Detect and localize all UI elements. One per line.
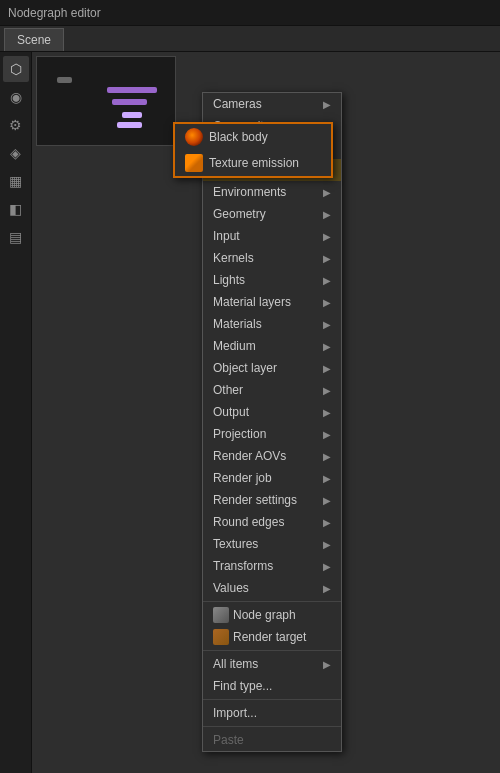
menu-item-environments[interactable]: Environments ▶ [203, 181, 341, 203]
all-items-arrow-icon: ▶ [323, 659, 331, 670]
menu-item-cameras[interactable]: Cameras ▶ [203, 93, 341, 115]
menu-item-values-label: Values [213, 581, 249, 595]
menu-item-render-target-label: Render target [233, 630, 306, 644]
menu-item-medium-label: Medium [213, 339, 256, 353]
menu-divider-3 [203, 699, 341, 700]
menu-item-environments-label: Environments [213, 185, 286, 199]
output-arrow-icon: ▶ [323, 407, 331, 418]
menu-divider-4 [203, 726, 341, 727]
sidebar-icon-1[interactable]: ◉ [3, 84, 29, 110]
menu-item-input-label: Input [213, 229, 240, 243]
menu-item-node-graph[interactable]: Node graph [203, 604, 341, 626]
menu-item-lights-label: Lights [213, 273, 245, 287]
menu-item-materials-label: Materials [213, 317, 262, 331]
other-arrow-icon: ▶ [323, 385, 331, 396]
menu-item-materials[interactable]: Materials ▶ [203, 313, 341, 335]
object-layer-arrow-icon: ▶ [323, 363, 331, 374]
menu-item-cameras-label: Cameras [213, 97, 262, 111]
menu-item-find-type-label: Find type... [213, 679, 272, 693]
node-editor[interactable]: Cameras ▶ Compositor ▶ Displacement ▶ Em… [32, 52, 500, 773]
menu-item-render-job-label: Render job [213, 471, 272, 485]
materials-arrow-icon: ▶ [323, 319, 331, 330]
menu-item-medium[interactable]: Medium ▶ [203, 335, 341, 357]
context-menu: Cameras ▶ Compositor ▶ Displacement ▶ Em… [202, 92, 342, 752]
menu-item-render-aovs[interactable]: Render AOVs ▶ [203, 445, 341, 467]
sidebar-icon-6[interactable]: ▤ [3, 224, 29, 250]
menu-item-render-settings-label: Render settings [213, 493, 297, 507]
render-job-arrow-icon: ▶ [323, 473, 331, 484]
render-target-icon [213, 629, 229, 645]
title-bar: Nodegraph editor [0, 0, 500, 26]
menu-item-paste-label: Paste [213, 733, 244, 747]
render-aovs-arrow-icon: ▶ [323, 451, 331, 462]
emission-submenu: Black body Texture emission [173, 122, 333, 178]
menu-item-object-layer[interactable]: Object layer ▶ [203, 357, 341, 379]
submenu-item-texture-emission-label: Texture emission [209, 156, 299, 170]
menu-item-input[interactable]: Input ▶ [203, 225, 341, 247]
transforms-arrow-icon: ▶ [323, 561, 331, 572]
submenu-item-black-body-label: Black body [209, 130, 268, 144]
values-arrow-icon: ▶ [323, 583, 331, 594]
window-title: Nodegraph editor [8, 6, 101, 20]
black-body-icon [185, 128, 203, 146]
menu-item-geometry-label: Geometry [213, 207, 266, 221]
main-area: ⬡ ◉ ⚙ ◈ ▦ ◧ ▤ Cameras ▶ [0, 52, 500, 773]
menu-item-kernels-label: Kernels [213, 251, 254, 265]
medium-arrow-icon: ▶ [323, 341, 331, 352]
menu-item-import[interactable]: Import... [203, 702, 341, 724]
texture-emission-icon [185, 154, 203, 172]
menu-item-render-target[interactable]: Render target [203, 626, 341, 648]
menu-item-round-edges-label: Round edges [213, 515, 284, 529]
sidebar-icon-3[interactable]: ◈ [3, 140, 29, 166]
tab-bar: Scene [0, 26, 500, 52]
menu-item-other[interactable]: Other ▶ [203, 379, 341, 401]
menu-item-render-aovs-label: Render AOVs [213, 449, 286, 463]
sidebar-icon-5[interactable]: ◧ [3, 196, 29, 222]
menu-item-transforms[interactable]: Transforms ▶ [203, 555, 341, 577]
menu-divider-1 [203, 601, 341, 602]
menu-item-output-label: Output [213, 405, 249, 419]
menu-item-projection-label: Projection [213, 427, 266, 441]
menu-divider-2 [203, 650, 341, 651]
menu-item-import-label: Import... [213, 706, 257, 720]
menu-item-textures[interactable]: Textures ▶ [203, 533, 341, 555]
cameras-arrow-icon: ▶ [323, 99, 331, 110]
menu-item-round-edges[interactable]: Round edges ▶ [203, 511, 341, 533]
menu-item-material-layers[interactable]: Material layers ▶ [203, 291, 341, 313]
round-edges-arrow-icon: ▶ [323, 517, 331, 528]
sidebar-icon-4[interactable]: ▦ [3, 168, 29, 194]
projection-arrow-icon: ▶ [323, 429, 331, 440]
render-settings-arrow-icon: ▶ [323, 495, 331, 506]
menu-item-values[interactable]: Values ▶ [203, 577, 341, 599]
sidebar-icon-2[interactable]: ⚙ [3, 112, 29, 138]
geometry-arrow-icon: ▶ [323, 209, 331, 220]
input-arrow-icon: ▶ [323, 231, 331, 242]
menu-item-other-label: Other [213, 383, 243, 397]
menu-item-transforms-label: Transforms [213, 559, 273, 573]
menu-item-node-graph-label: Node graph [233, 608, 296, 622]
environments-arrow-icon: ▶ [323, 187, 331, 198]
menu-item-material-layers-label: Material layers [213, 295, 291, 309]
kernels-arrow-icon: ▶ [323, 253, 331, 264]
textures-arrow-icon: ▶ [323, 539, 331, 550]
sidebar-icon-0[interactable]: ⬡ [3, 56, 29, 82]
menu-item-kernels[interactable]: Kernels ▶ [203, 247, 341, 269]
submenu-item-texture-emission[interactable]: Texture emission [175, 150, 331, 176]
menu-item-render-job[interactable]: Render job ▶ [203, 467, 341, 489]
menu-item-object-layer-label: Object layer [213, 361, 277, 375]
menu-item-all-items-label: All items [213, 657, 258, 671]
tab-scene[interactable]: Scene [4, 28, 64, 51]
menu-item-textures-label: Textures [213, 537, 258, 551]
menu-item-output[interactable]: Output ▶ [203, 401, 341, 423]
menu-item-find-type[interactable]: Find type... [203, 675, 341, 697]
menu-item-geometry[interactable]: Geometry ▶ [203, 203, 341, 225]
menu-item-paste: Paste [203, 729, 341, 751]
menu-item-render-settings[interactable]: Render settings ▶ [203, 489, 341, 511]
menu-item-projection[interactable]: Projection ▶ [203, 423, 341, 445]
submenu-item-black-body[interactable]: Black body [175, 124, 331, 150]
menu-item-lights[interactable]: Lights ▶ [203, 269, 341, 291]
left-sidebar: ⬡ ◉ ⚙ ◈ ▦ ◧ ▤ [0, 52, 32, 773]
node-graph-icon [213, 607, 229, 623]
menu-item-all-items[interactable]: All items ▶ [203, 653, 341, 675]
material-layers-arrow-icon: ▶ [323, 297, 331, 308]
